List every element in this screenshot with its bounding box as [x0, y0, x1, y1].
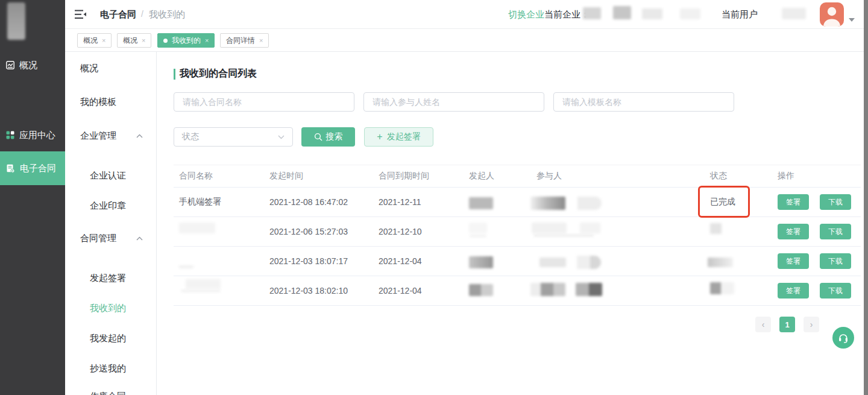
pagination-page-1[interactable]: 1: [779, 317, 795, 332]
participant-name-input[interactable]: [363, 92, 544, 112]
user-avatar[interactable]: [820, 2, 844, 27]
sidebar-item-overview[interactable]: 概况: [0, 57, 65, 74]
redacted-company-name: [680, 8, 700, 19]
chevron-left-icon: ‹: [762, 320, 765, 329]
redacted-participant: [577, 256, 601, 269]
redacted-company-name: [583, 7, 601, 19]
search-icon: [314, 133, 322, 141]
download-button[interactable]: 下载: [820, 224, 851, 239]
sidebar-item-app-center[interactable]: 应用中心: [0, 127, 65, 144]
redacted-participant: [577, 197, 602, 210]
cell-contract-name: 手机端签署: [179, 197, 221, 207]
pagination-prev-button[interactable]: ‹: [755, 317, 771, 332]
redacted-company-name: [613, 6, 631, 19]
menu-item-voided-contracts[interactable]: 作废合同: [90, 391, 126, 395]
col-expire-time: 合同到期时间: [379, 171, 429, 182]
initiate-signing-button[interactable]: + 发起签署: [364, 127, 433, 147]
status-select[interactable]: 状态: [174, 127, 293, 147]
col-contract-name: 合同名称: [179, 171, 213, 182]
col-originator: 发起人: [469, 171, 494, 182]
col-start-time: 发起时间: [269, 171, 303, 182]
chevron-up-icon[interactable]: [136, 236, 143, 241]
cell-expire-date: 2021-12-11: [379, 197, 421, 207]
sign-button[interactable]: 签署: [778, 253, 809, 269]
overview-chart-icon: [6, 61, 14, 69]
menu-item-cc-to-me[interactable]: 抄送我的: [90, 363, 126, 374]
current-user-label: 当前用户: [722, 9, 758, 21]
pagination-current-label: 1: [785, 320, 789, 329]
tab-received-active[interactable]: 我收到的 ×: [157, 33, 215, 48]
breadcrumb-separator: /: [141, 9, 143, 19]
breadcrumb-root[interactable]: 电子合同: [100, 9, 136, 21]
download-button[interactable]: 下载: [820, 194, 851, 210]
menu-item-company-certification[interactable]: 企业认证: [90, 170, 126, 182]
menu-item-initiated-by-me[interactable]: 我发起的: [90, 333, 126, 344]
tab-label: 概况: [83, 36, 98, 46]
vertical-scrollbar[interactable]: [864, 0, 868, 395]
redacted-participant: [530, 283, 565, 296]
contract-name-input[interactable]: [174, 92, 354, 112]
menu-item-company-seal[interactable]: 企业印章: [90, 200, 126, 212]
sidebar-item-label: 概况: [19, 60, 37, 71]
cell-status: 已完成: [710, 197, 735, 207]
menu-item-received[interactable]: 我收到的: [90, 303, 126, 314]
menu-group-company-management[interactable]: 企业管理: [80, 130, 116, 142]
headset-icon: [837, 332, 849, 344]
col-status: 状态: [710, 171, 727, 182]
redacted-contract-name: [181, 290, 221, 292]
primary-sidebar: 概况 应用中心 电子合同: [0, 0, 65, 395]
search-button[interactable]: 搜索: [301, 127, 355, 147]
page-title: 我收到的合同列表: [180, 68, 257, 80]
menu-group-contract-management[interactable]: 合同管理: [80, 233, 116, 244]
close-icon[interactable]: ×: [259, 37, 263, 44]
redacted-company-name: [642, 8, 662, 19]
switch-company-link[interactable]: 切换企业: [508, 9, 544, 21]
sign-button[interactable]: 签署: [778, 224, 809, 239]
tab-label: 合同详情: [226, 36, 255, 46]
close-icon[interactable]: ×: [102, 37, 105, 44]
redacted-status: [708, 258, 733, 267]
close-icon[interactable]: ×: [205, 37, 209, 44]
table-row: 2021-12-06 15:27:03 2021-12-10 签署 下载: [174, 217, 861, 247]
customer-service-button[interactable]: [832, 327, 854, 349]
chevron-right-icon: ›: [810, 320, 813, 329]
table-row: 2021-12-03 18:07:17 2021-12-04 签署 下载: [174, 247, 861, 276]
pagination-next-button[interactable]: ›: [804, 317, 819, 332]
download-button[interactable]: 下载: [820, 283, 851, 299]
tab-overview-2[interactable]: 概况 ×: [117, 33, 151, 48]
redacted-participant: [580, 223, 600, 233]
sign-button[interactable]: 签署: [778, 283, 809, 299]
download-button[interactable]: 下载: [820, 253, 851, 269]
app-window: 概况 应用中心 电子合同: [0, 0, 868, 395]
template-name-input[interactable]: [553, 92, 734, 112]
apps-grid-icon: [6, 131, 14, 139]
menu-item-initiate-signing[interactable]: 发起签署: [90, 273, 126, 284]
caret-down-icon[interactable]: [849, 18, 855, 22]
tab-contract-detail[interactable]: 合同详情 ×: [220, 33, 269, 48]
logo-redacted: [7, 2, 25, 40]
status-select-placeholder: 状态: [182, 131, 199, 142]
close-icon[interactable]: ×: [142, 37, 145, 44]
cell-start-time: 2021-12-03 18:07:17: [269, 256, 348, 266]
plus-icon: +: [377, 132, 382, 142]
redacted-status: [710, 223, 722, 234]
redacted-participant: [530, 197, 565, 210]
sidebar-item-e-contract[interactable]: 电子合同: [0, 151, 65, 185]
tab-overview-1[interactable]: 概况 ×: [77, 33, 112, 48]
menu-item-overview[interactable]: 概况: [80, 63, 98, 74]
menu-fold-icon[interactable]: [75, 10, 87, 19]
redacted-originator: [469, 284, 493, 296]
table-row: 2021-12-03 18:02:10 2021-12-04 签署 下载: [174, 276, 861, 306]
table-row: 手机端签署 2021-12-08 16:47:02 2021-12-11 已完成…: [174, 188, 861, 217]
col-participant: 参与人: [536, 171, 562, 182]
active-dot-icon: [163, 39, 168, 43]
cell-expire-date: 2021-12-04: [379, 256, 422, 266]
breadcrumb-current: 我收到的: [149, 9, 185, 21]
sign-button[interactable]: 签署: [778, 194, 809, 210]
chevron-up-icon[interactable]: [136, 134, 143, 138]
sidebar-item-label: 电子合同: [20, 163, 56, 174]
cell-expire-date: 2021-12-04: [379, 286, 422, 295]
redacted-participant: [576, 283, 602, 296]
menu-item-my-templates[interactable]: 我的模板: [80, 96, 116, 108]
sidebar-item-label: 应用中心: [19, 130, 55, 141]
